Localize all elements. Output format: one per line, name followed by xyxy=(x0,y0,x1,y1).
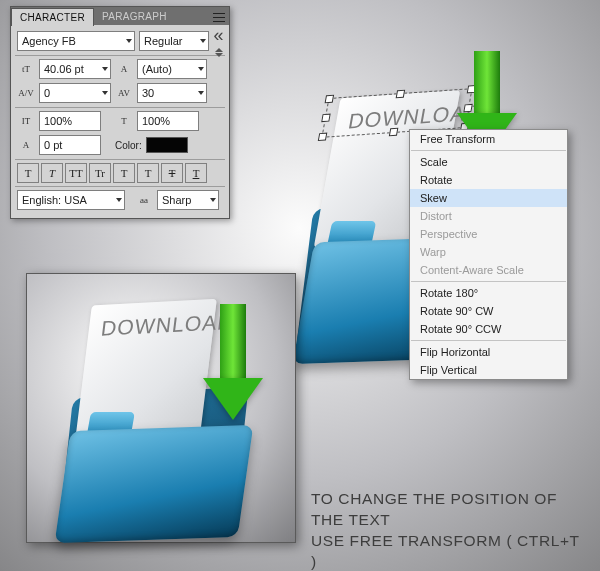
kerning-icon: A/V xyxy=(17,84,35,102)
hscale-icon: T xyxy=(115,112,133,130)
dropdown-icon xyxy=(198,91,204,95)
caption-line-1: TO CHANGE THE POSITION OF THE TEXT xyxy=(311,489,588,531)
type-style-buttons: T T TT Tr T T T T xyxy=(17,163,223,183)
text-color-swatch[interactable] xyxy=(146,137,188,153)
font-size-input[interactable]: 40.06 pt xyxy=(39,59,111,79)
panel-body: Agency FB Regular tT 40.06 pt A (Auto) A… xyxy=(11,25,229,218)
ctx-item[interactable]: Rotate 180° xyxy=(410,284,567,302)
ctx-item: Distort xyxy=(410,207,567,225)
ctx-item[interactable]: Flip Horizontal xyxy=(410,343,567,361)
hscale-input[interactable]: 100% xyxy=(137,111,199,131)
style-btn-1[interactable]: T xyxy=(41,163,63,183)
result-preview-box: DOWNLOAD xyxy=(26,273,296,543)
panel-collapse-icon[interactable] xyxy=(212,47,225,58)
panel-menu-icon[interactable] xyxy=(212,10,226,24)
tracking-icon: AV xyxy=(115,84,133,102)
font-family-value: Agency FB xyxy=(22,35,122,47)
language-value: English: USA xyxy=(22,194,112,206)
style-btn-2[interactable]: TT xyxy=(65,163,87,183)
tracking-input[interactable]: 30 xyxy=(137,83,207,103)
ctx-item[interactable]: Rotate 90° CW xyxy=(410,302,567,320)
dropdown-icon xyxy=(116,198,122,202)
ctx-item: Content-Aware Scale xyxy=(410,261,567,279)
color-label: Color: xyxy=(115,140,142,151)
font-family-select[interactable]: Agency FB xyxy=(17,31,135,51)
transform-handle[interactable] xyxy=(321,114,331,123)
style-btn-5[interactable]: T xyxy=(137,163,159,183)
ctx-item[interactable]: Rotate xyxy=(410,171,567,189)
baseline-icon: A xyxy=(17,136,35,154)
style-btn-7[interactable]: T xyxy=(185,163,207,183)
download-arrow-icon xyxy=(203,304,263,420)
vscale-icon: IT xyxy=(17,112,35,130)
ctx-item[interactable]: Scale xyxy=(410,153,567,171)
transform-handle[interactable] xyxy=(325,95,335,104)
dropdown-icon xyxy=(198,67,204,71)
kerning-value: 0 xyxy=(44,87,98,99)
panel-tab-bar: CHARACTER PARAGRAPH xyxy=(11,7,229,25)
transform-handle[interactable] xyxy=(389,128,399,137)
antialias-value: Sharp xyxy=(162,194,206,206)
font-style-value: Regular xyxy=(144,35,196,47)
dropdown-icon xyxy=(200,39,206,43)
style-btn-4[interactable]: T xyxy=(113,163,135,183)
style-btn-0[interactable]: T xyxy=(17,163,39,183)
ctx-item[interactable]: Skew xyxy=(410,189,567,207)
leading-input[interactable]: (Auto) xyxy=(137,59,207,79)
dropdown-icon xyxy=(102,91,108,95)
transform-context-menu: Free TransformScaleRotateSkewDistortPers… xyxy=(409,129,568,380)
ctx-item[interactable]: Rotate 90° CCW xyxy=(410,320,567,338)
ctx-item: Warp xyxy=(410,243,567,261)
tracking-value: 30 xyxy=(142,87,194,99)
font-style-select[interactable]: Regular xyxy=(139,31,209,51)
antialias-icon: aa xyxy=(135,191,153,209)
tab-paragraph[interactable]: PARAGRAPH xyxy=(94,8,175,25)
style-btn-6[interactable]: T xyxy=(161,163,183,183)
dropdown-icon xyxy=(102,67,108,71)
baseline-value: 0 pt xyxy=(44,139,96,151)
language-select[interactable]: English: USA xyxy=(17,190,125,210)
kerning-input[interactable]: 0 xyxy=(39,83,111,103)
antialias-select[interactable]: Sharp xyxy=(157,190,219,210)
dropdown-icon xyxy=(126,39,132,43)
transform-handle[interactable] xyxy=(318,133,328,142)
vscale-value: 100% xyxy=(44,115,96,127)
transform-handle[interactable] xyxy=(396,90,406,99)
panel-close-icon[interactable]: « xyxy=(212,30,225,43)
ctx-item[interactable]: Flip Vertical xyxy=(410,361,567,379)
ctx-item: Perspective xyxy=(410,225,567,243)
font-size-icon: tT xyxy=(17,60,35,78)
leading-icon: A xyxy=(115,60,133,78)
leading-value: (Auto) xyxy=(142,63,194,75)
font-size-value: 40.06 pt xyxy=(44,63,98,75)
tab-character[interactable]: CHARACTER xyxy=(11,8,94,26)
tutorial-caption: TO CHANGE THE POSITION OF THE TEXT USE F… xyxy=(311,489,588,571)
baseline-input[interactable]: 0 pt xyxy=(39,135,101,155)
hscale-value: 100% xyxy=(142,115,194,127)
vscale-input[interactable]: 100% xyxy=(39,111,101,131)
character-panel: CHARACTER PARAGRAPH « Agency FB Regular … xyxy=(10,6,230,219)
dropdown-icon xyxy=(210,198,216,202)
style-btn-3[interactable]: Tr xyxy=(89,163,111,183)
ctx-item[interactable]: Free Transform xyxy=(410,130,567,148)
caption-line-2: USE FREE TRANSFORM ( CTRL+T ) xyxy=(311,531,588,571)
